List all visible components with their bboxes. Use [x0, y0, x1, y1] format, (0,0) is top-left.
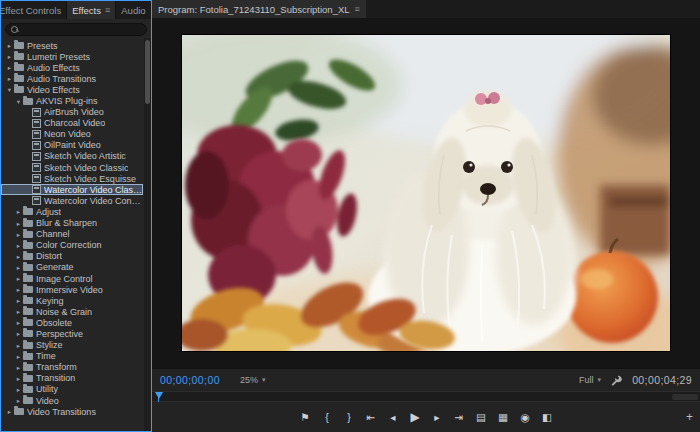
tree-item-folder[interactable]: ▸Transition	[1, 373, 143, 384]
tree-item-folder[interactable]: ▸Channel	[1, 229, 143, 240]
folder-icon	[23, 231, 33, 238]
search-input[interactable]	[22, 24, 141, 34]
tree-item-effect[interactable]: Watercolor Video Classic	[1, 184, 143, 195]
resolution-value: Full	[579, 375, 594, 385]
lift-button[interactable]: ▤	[474, 412, 488, 423]
tree-item-folder[interactable]: ▸Distort	[1, 251, 143, 262]
tree-item-folder[interactable]: ▾Video Effects	[1, 84, 143, 95]
twirl-closed-icon[interactable]: ▸	[14, 262, 23, 273]
tree-item-folder[interactable]: ▸Audio Effects	[1, 62, 143, 73]
go-to-out-button[interactable]: ⇥	[452, 412, 466, 423]
effects-search-box[interactable]	[5, 23, 147, 36]
twirl-closed-icon[interactable]: ▸	[5, 73, 14, 84]
extract-button[interactable]: ▦	[496, 412, 510, 423]
twirl-closed-icon[interactable]: ▸	[14, 395, 23, 406]
resolution-dropdown[interactable]: Full ▾	[579, 375, 601, 385]
zoom-scroll-handle[interactable]	[672, 394, 698, 400]
mini-timeline[interactable]	[152, 391, 700, 402]
tree-item-effect[interactable]: Neon Video	[1, 129, 143, 140]
zoom-level-dropdown[interactable]: 25% ▾	[240, 375, 266, 385]
tree-item-label: Blur & Sharpen	[36, 218, 97, 228]
current-timecode[interactable]: 00;00;00;00	[160, 374, 220, 386]
playhead-icon[interactable]	[155, 392, 163, 399]
tree-item-folder[interactable]: ▸Blur & Sharpen	[1, 218, 143, 229]
mark-in-button[interactable]: {	[320, 412, 334, 423]
tree-item-folder[interactable]: ▸Stylize	[1, 340, 143, 351]
tree-item-label: Neon Video	[44, 129, 91, 139]
go-to-in-button[interactable]: ⇤	[364, 412, 378, 423]
tree-item-folder[interactable]: ▸Immersive Video	[1, 284, 143, 295]
tree-item-folder[interactable]: ▸Video	[1, 395, 143, 406]
twirl-closed-icon[interactable]: ▸	[5, 40, 14, 51]
twirl-closed-icon[interactable]: ▸	[5, 62, 14, 73]
folder-icon	[23, 264, 33, 271]
tree-item-folder[interactable]: ▸Audio Transitions	[1, 73, 143, 84]
tree-item-folder[interactable]: ▸Perspective	[1, 328, 143, 339]
tree-item-effect[interactable]: AirBrush Video	[1, 107, 143, 118]
step-back-button[interactable]: ◂	[386, 412, 400, 423]
mark-out-button[interactable]: }	[342, 412, 356, 423]
twirl-closed-icon[interactable]: ▸	[14, 384, 23, 395]
tree-item-effect[interactable]: OilPaint Video	[1, 140, 143, 151]
twirl-closed-icon[interactable]: ▸	[14, 373, 23, 384]
twirl-closed-icon[interactable]: ▸	[14, 284, 23, 295]
twirl-closed-icon[interactable]: ▸	[14, 240, 23, 251]
panel-menu-icon[interactable]: ≡	[105, 5, 110, 15]
effect-plugin-icon	[32, 119, 41, 128]
tree-item-folder[interactable]: ▸Image Control	[1, 273, 143, 284]
tree-item-folder[interactable]: ▸Obsolete	[1, 317, 143, 328]
scrollbar-thumb[interactable]	[145, 40, 150, 104]
panel-menu-icon[interactable]: ≡	[355, 4, 360, 14]
tab-program[interactable]: Program: Fotolia_71243110_Subscription_X…	[152, 0, 366, 18]
twirl-closed-icon[interactable]: ▸	[14, 273, 23, 284]
twirl-closed-icon[interactable]: ▸	[14, 362, 23, 373]
comparison-view-button[interactable]: ◧	[540, 412, 554, 423]
tree-item-effect[interactable]: Sketch Video Esquisse	[1, 173, 143, 184]
twirl-closed-icon[interactable]: ▸	[5, 51, 14, 62]
tab-effect-controls[interactable]: Effect Controls	[1, 1, 67, 19]
tree-item-folder[interactable]: ▸Generate	[1, 262, 143, 273]
twirl-closed-icon[interactable]: ▸	[14, 317, 23, 328]
twirl-closed-icon[interactable]: ▸	[14, 306, 23, 317]
twirl-closed-icon[interactable]: ▸	[14, 251, 23, 262]
twirl-open-icon[interactable]: ▾	[14, 96, 23, 107]
tree-item-folder[interactable]: ▸Time	[1, 351, 143, 362]
tree-item-folder[interactable]: ▸Keying	[1, 295, 143, 306]
tree-item-folder[interactable]: ▾AKVIS Plug-ins	[1, 95, 143, 106]
twirl-closed-icon[interactable]: ▸	[14, 328, 23, 339]
add-marker-button[interactable]: ⚑	[298, 412, 312, 423]
settings-wrench-icon[interactable]	[611, 375, 622, 386]
chevron-down-icon: ▾	[598, 376, 602, 384]
tree-item-label: Audio Effects	[27, 63, 80, 73]
twirl-closed-icon[interactable]: ▸	[5, 406, 14, 417]
twirl-closed-icon[interactable]: ▸	[14, 295, 23, 306]
twirl-closed-icon[interactable]: ▸	[14, 206, 23, 217]
vertical-scrollbar[interactable]	[144, 38, 151, 431]
export-frame-button[interactable]: ◉	[518, 412, 532, 423]
tree-item-folder[interactable]: ▸Utility	[1, 384, 143, 395]
tree-item-folder[interactable]: ▸Color Correction	[1, 240, 143, 251]
tree-item-folder[interactable]: ▸Transform	[1, 362, 143, 373]
tab-effects[interactable]: Effects ≡	[67, 1, 116, 19]
tree-item-folder[interactable]: ▸Presets	[1, 40, 143, 51]
watercolor-painting	[182, 35, 670, 351]
tree-item-effect[interactable]: Sketch Video Artistic	[1, 151, 143, 162]
step-forward-button[interactable]: ▸	[430, 412, 444, 423]
twirl-closed-icon[interactable]: ▸	[14, 340, 23, 351]
tree-item-effect[interactable]: Charcoal Video	[1, 118, 143, 129]
twirl-closed-icon[interactable]: ▸	[14, 351, 23, 362]
twirl-open-icon[interactable]: ▾	[5, 84, 14, 95]
tree-item-folder[interactable]: ▸Noise & Grain	[1, 306, 143, 317]
play-button[interactable]: ▶	[408, 411, 422, 423]
twirl-closed-icon[interactable]: ▸	[14, 218, 23, 229]
effect-plugin-icon	[32, 185, 41, 194]
tab-audio[interactable]: Audio	[116, 1, 151, 19]
button-editor-plus[interactable]: +	[686, 410, 693, 424]
tree-item-folder[interactable]: ▸Adjust	[1, 206, 143, 217]
tree-item-effect[interactable]: Watercolor Video Contour	[1, 195, 143, 206]
tree-item-folder[interactable]: ▸Lumetri Presets	[1, 51, 143, 62]
twirl-closed-icon[interactable]: ▸	[14, 229, 23, 240]
tree-item-folder[interactable]: ▸Video Transitions	[1, 406, 143, 417]
folder-icon	[23, 220, 33, 227]
tree-item-effect[interactable]: Sketch Video Classic	[1, 162, 143, 173]
